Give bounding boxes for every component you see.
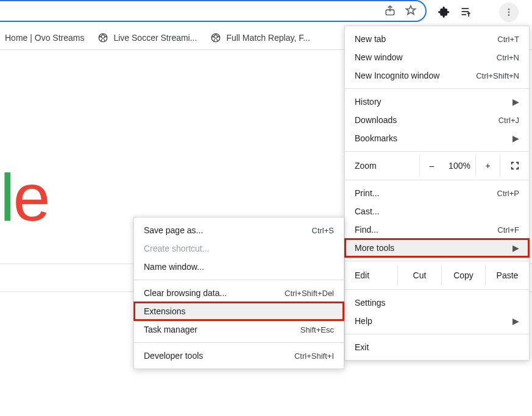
zoom-out-button[interactable]: – [419, 155, 444, 176]
menu-separator [134, 280, 344, 280]
menu-settings[interactable]: Settings [345, 294, 529, 312]
fullscreen-button[interactable] [500, 155, 529, 176]
menu-separator [345, 151, 529, 152]
three-dot-menu-button[interactable] [499, 2, 519, 22]
chevron-right-icon: ▶ [512, 316, 519, 326]
menu-incognito[interactable]: New Incognito window Ctrl+Shift+N [345, 66, 529, 85]
submenu-create-shortcut: Create shortcut... [134, 239, 344, 258]
menu-exit[interactable]: Exit [345, 338, 529, 356]
bookmark-item[interactable]: Live Soccer Streami... [98, 32, 197, 43]
menu-zoom-row: Zoom – 100% + [345, 155, 529, 176]
svg-point-5 [508, 12, 510, 13]
extensions-puzzle-icon[interactable] [438, 5, 451, 18]
bookmark-label: Live Soccer Streami... [113, 33, 197, 43]
menu-cast[interactable]: Cast... [345, 202, 529, 220]
share-icon[interactable] [384, 4, 396, 18]
menu-history[interactable]: History ▶ [345, 93, 529, 111]
logo-letter-l: l [0, 158, 13, 236]
edit-paste-button[interactable]: Paste [485, 265, 529, 286]
menu-separator [345, 334, 529, 334]
chevron-right-icon: ▶ [512, 243, 519, 253]
bookmark-label: Full Match Replay, F... [226, 33, 310, 43]
submenu-extensions[interactable]: Extensions [134, 302, 344, 320]
menu-new-window[interactable]: New window Ctrl+N [345, 48, 529, 66]
menu-more-tools[interactable]: More tools ▶ [345, 239, 529, 257]
bookmark-item[interactable]: Full Match Replay, F... [210, 32, 310, 43]
menu-separator [345, 289, 529, 290]
bookmark-label: Home | Ovo Streams [5, 33, 84, 43]
menu-separator [134, 342, 344, 343]
menu-new-tab[interactable]: New tab Ctrl+T [345, 30, 529, 48]
edit-label: Edit [355, 270, 397, 280]
soccer-ball-icon [98, 32, 108, 43]
menu-help[interactable]: Help ▶ [345, 312, 529, 330]
menu-bookmarks[interactable]: Bookmarks ▶ [345, 129, 529, 147]
menu-edit-row: Edit Cut Copy Paste [345, 265, 529, 286]
logo-letter-e: e [13, 158, 48, 236]
google-logo-fragment: l e [0, 158, 49, 236]
submenu-save-page[interactable]: Save page as... Ctrl+S [134, 221, 344, 239]
svg-point-6 [508, 14, 510, 16]
submenu-task-manager[interactable]: Task manager Shift+Esc [134, 320, 344, 339]
chrome-main-menu: New tab Ctrl+T New window Ctrl+N New Inc… [344, 26, 530, 361]
chevron-right-icon: ▶ [512, 133, 519, 143]
menu-find[interactable]: Find... Ctrl+F [345, 220, 529, 239]
submenu-developer-tools[interactable]: Developer tools Ctrl+Shift+I [134, 347, 344, 365]
zoom-label: Zoom [355, 161, 419, 171]
more-tools-submenu: Save page as... Ctrl+S Create shortcut..… [133, 217, 344, 369]
browser-toolbar [0, 0, 532, 26]
zoom-in-button[interactable]: + [475, 155, 500, 176]
menu-downloads[interactable]: Downloads Ctrl+J [345, 111, 529, 129]
menu-separator [345, 88, 529, 89]
reading-list-icon[interactable] [459, 5, 473, 18]
chevron-right-icon: ▶ [512, 97, 519, 107]
submenu-clear-browsing-data[interactable]: Clear browsing data... Ctrl+Shift+Del [134, 284, 344, 302]
menu-print[interactable]: Print... Ctrl+P [345, 184, 529, 202]
zoom-percent: 100% [444, 161, 475, 171]
bookmark-item[interactable]: Home | Ovo Streams [5, 33, 84, 43]
address-bar[interactable] [0, 0, 427, 22]
menu-separator [345, 261, 529, 261]
menu-separator [345, 180, 529, 180]
svg-point-4 [508, 9, 510, 10]
soccer-ball-icon [210, 32, 221, 43]
edit-cut-button[interactable]: Cut [397, 265, 441, 286]
submenu-name-window[interactable]: Name window... [134, 258, 344, 276]
edit-copy-button[interactable]: Copy [441, 265, 485, 286]
star-icon[interactable] [405, 4, 417, 18]
